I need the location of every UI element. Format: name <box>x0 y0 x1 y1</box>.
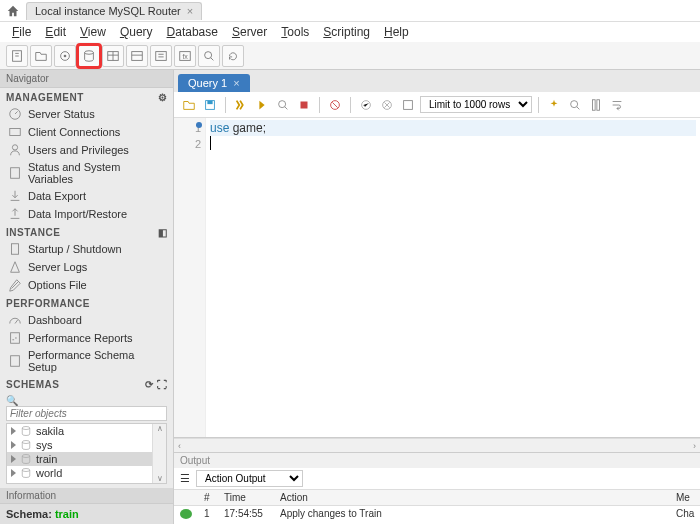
svg-point-20 <box>22 469 30 472</box>
schema-item-train[interactable]: train <box>7 452 166 466</box>
menu-edit[interactable]: Edit <box>39 23 72 41</box>
section-performance: PERFORMANCE <box>0 294 173 311</box>
nav-server-logs[interactable]: Server Logs <box>0 258 173 276</box>
svg-rect-6 <box>156 51 167 60</box>
success-icon <box>180 509 192 519</box>
svg-point-2 <box>64 54 67 57</box>
nav-startup-shutdown[interactable]: Startup / Shutdown <box>0 240 173 258</box>
home-icon[interactable] <box>6 4 20 18</box>
search-table-button[interactable] <box>198 45 220 67</box>
save-file-button[interactable] <box>201 96 219 114</box>
create-view-button[interactable] <box>126 45 148 67</box>
svg-rect-22 <box>207 100 212 104</box>
menu-scripting[interactable]: Scripting <box>317 23 376 41</box>
svg-text:fx: fx <box>182 52 188 59</box>
nav-dashboard[interactable]: Dashboard <box>0 311 173 329</box>
menu-tools[interactable]: Tools <box>275 23 315 41</box>
refresh-icon[interactable]: ⟳ <box>145 379 154 390</box>
menu-help[interactable]: Help <box>378 23 415 41</box>
cursor <box>210 136 211 150</box>
nav-options-file[interactable]: Options File <box>0 276 173 294</box>
svg-rect-11 <box>10 129 21 136</box>
nav-performance-reports[interactable]: Performance Reports <box>0 329 173 347</box>
open-inspector-button[interactable] <box>54 45 76 67</box>
reconnect-button[interactable] <box>222 45 244 67</box>
output-row[interactable]: 1 17:54:55 Apply changes to Train Cha <box>174 506 700 521</box>
schema-filter-input[interactable] <box>6 406 167 421</box>
sql-editor[interactable]: 1 2 use game; <box>174 118 700 438</box>
svg-rect-24 <box>301 101 308 108</box>
nav-server-status[interactable]: Server Status <box>0 105 173 123</box>
nav-performance-schema[interactable]: Performance Schema Setup <box>0 347 173 375</box>
svg-rect-31 <box>597 99 600 110</box>
section-instance: INSTANCE ◧ <box>0 223 173 240</box>
schema-item-sys[interactable]: sys <box>7 438 166 452</box>
connection-tab-label: Local instance MySQL Router <box>35 5 181 17</box>
navigator-header: Navigator <box>0 70 173 88</box>
section-schemas: SCHEMAS ⟳ ⛶ <box>0 375 173 392</box>
close-query-icon[interactable]: × <box>233 77 239 89</box>
information-panel: Schema: train <box>0 503 173 524</box>
svg-point-3 <box>85 50 94 54</box>
create-table-button[interactable] <box>102 45 124 67</box>
menu-view[interactable]: View <box>74 23 112 41</box>
nav-users-privileges[interactable]: Users and Privileges <box>0 141 173 159</box>
information-header: Information <box>0 488 173 503</box>
execute-current-button[interactable] <box>253 96 271 114</box>
svg-rect-16 <box>11 356 20 367</box>
svg-rect-30 <box>593 99 596 110</box>
main-toolbar: fx <box>0 42 700 70</box>
toggle-limit-button[interactable] <box>399 96 417 114</box>
close-tab-icon[interactable]: × <box>187 5 193 17</box>
svg-point-19 <box>22 455 30 458</box>
toggle-wrap-button[interactable] <box>608 96 626 114</box>
editor-hscroll[interactable]: ‹› <box>174 438 700 452</box>
svg-rect-28 <box>404 100 413 109</box>
navigator-sidebar: Navigator MANAGEMENT ⚙ Server Status Cli… <box>0 70 174 524</box>
menu-query[interactable]: Query <box>114 23 159 41</box>
new-sql-tab-button[interactable] <box>6 45 28 67</box>
connection-tab[interactable]: Local instance MySQL Router × <box>26 2 202 20</box>
explain-button[interactable] <box>274 96 292 114</box>
commit-button[interactable] <box>357 96 375 114</box>
output-type-select[interactable]: Action Output <box>196 470 303 487</box>
stop-button[interactable] <box>295 96 313 114</box>
editor-toolbar: Limit to 1000 rows <box>174 92 700 118</box>
instance-icon: ◧ <box>158 227 168 238</box>
svg-point-17 <box>22 427 30 430</box>
rollback-button[interactable] <box>378 96 396 114</box>
section-management: MANAGEMENT ⚙ <box>0 88 173 105</box>
svg-point-23 <box>279 100 286 107</box>
svg-point-18 <box>22 441 30 444</box>
open-file-button[interactable] <box>180 96 198 114</box>
schema-list[interactable]: sakila sys train world ∧∨ <box>6 423 167 484</box>
nav-client-connections[interactable]: Client Connections <box>0 123 173 141</box>
limit-select[interactable]: Limit to 1000 rows <box>420 96 532 113</box>
nav-data-export[interactable]: Data Export <box>0 187 173 205</box>
open-sql-button[interactable] <box>30 45 52 67</box>
find-button[interactable] <box>566 96 584 114</box>
menu-file[interactable]: File <box>6 23 37 41</box>
svg-rect-5 <box>132 51 143 60</box>
menu-server[interactable]: Server <box>226 23 273 41</box>
gear-icon[interactable]: ⚙ <box>158 92 168 103</box>
schema-item-sakila[interactable]: sakila <box>7 424 166 438</box>
create-procedure-button[interactable] <box>150 45 172 67</box>
toggle-invisible-button[interactable] <box>587 96 605 114</box>
execute-button[interactable] <box>232 96 250 114</box>
schema-item-world[interactable]: world <box>7 466 166 480</box>
svg-point-12 <box>12 145 17 150</box>
toggle-autocommit-button[interactable] <box>326 96 344 114</box>
beautify-button[interactable] <box>545 96 563 114</box>
svg-point-9 <box>205 51 212 58</box>
query-tab-1[interactable]: Query 1× <box>178 74 250 92</box>
svg-rect-14 <box>12 244 19 255</box>
nav-data-import[interactable]: Data Import/Restore <box>0 205 173 223</box>
create-schema-button[interactable] <box>78 45 100 67</box>
expand-icon[interactable]: ⛶ <box>157 379 168 390</box>
menu-database[interactable]: Database <box>161 23 224 41</box>
schema-scrollbar[interactable]: ∧∨ <box>152 424 166 483</box>
create-function-button[interactable]: fx <box>174 45 196 67</box>
nav-status-variables[interactable]: Status and System Variables <box>0 159 173 187</box>
output-list-icon[interactable]: ☰ <box>180 472 190 485</box>
